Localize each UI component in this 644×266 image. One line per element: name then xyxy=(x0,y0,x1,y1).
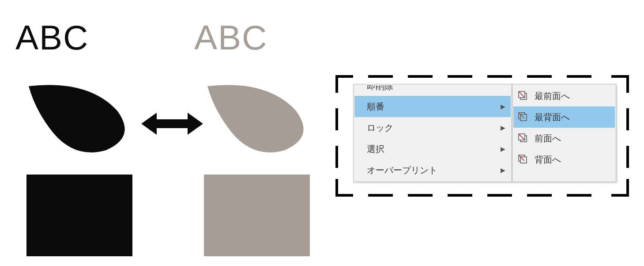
rectangle-gray-shape xyxy=(204,175,310,256)
menu-item-select[interactable]: 選択 ▶ xyxy=(354,138,511,160)
submenu-item-bring-forward[interactable]: 前面へ xyxy=(513,128,615,149)
context-menu-sub: 最前面へ 最背面へ 前面へ xyxy=(512,84,616,182)
bring-forward-icon xyxy=(518,133,528,144)
menu-item-overprint[interactable]: オーバープリント ▶ xyxy=(354,160,511,181)
send-to-back-icon xyxy=(518,112,528,122)
menu-item-order[interactable]: 順番 ▶ xyxy=(354,96,511,117)
submenu-arrow-icon: ▶ xyxy=(501,145,505,152)
teardrop-black-shape xyxy=(26,84,128,155)
submenu-item-label: 背面へ xyxy=(535,154,610,166)
abc-text-black: ABC xyxy=(15,18,89,58)
menu-item-lock[interactable]: ロック ▶ xyxy=(354,117,511,138)
abc-text-gray: ABC xyxy=(194,18,267,58)
submenu-arrow-icon: ▶ xyxy=(501,167,505,174)
submenu-item-label: 前面へ xyxy=(535,133,610,144)
submenu-item-send-backward[interactable]: 背面へ xyxy=(513,149,615,170)
submenu-item-send-to-back[interactable]: 最背面へ xyxy=(513,106,615,128)
menu-item-delete[interactable]: 即削除 xyxy=(354,85,511,96)
menu-item-label: オーバープリント xyxy=(367,164,501,176)
menu-item-label: 順番 xyxy=(367,101,501,113)
submenu-item-bring-to-front[interactable]: 最前面へ xyxy=(513,85,615,106)
rectangle-black-shape xyxy=(26,175,132,256)
bidirectional-arrow-icon xyxy=(141,110,203,137)
shape-illustration: ABC ABC xyxy=(13,18,322,265)
context-menu-main: 即削除 順番 ▶ ロック ▶ 選択 ▶ オーバープリント ▶ xyxy=(353,84,512,182)
menu-item-label: ロック xyxy=(367,122,501,134)
context-menu-group: 即削除 順番 ▶ ロック ▶ 選択 ▶ オーバープリント ▶ xyxy=(353,84,616,182)
submenu-arrow-icon: ▶ xyxy=(501,124,505,131)
send-backward-icon xyxy=(518,154,528,165)
svg-marker-0 xyxy=(141,113,203,135)
submenu-arrow-icon: ▶ xyxy=(501,103,505,110)
menu-item-label: 即削除 xyxy=(367,85,505,92)
submenu-item-label: 最前面へ xyxy=(535,90,610,102)
bring-to-front-icon xyxy=(518,91,528,101)
menu-item-label: 選択 xyxy=(367,143,501,155)
teardrop-gray-shape xyxy=(205,84,307,155)
submenu-item-label: 最背面へ xyxy=(535,111,610,123)
